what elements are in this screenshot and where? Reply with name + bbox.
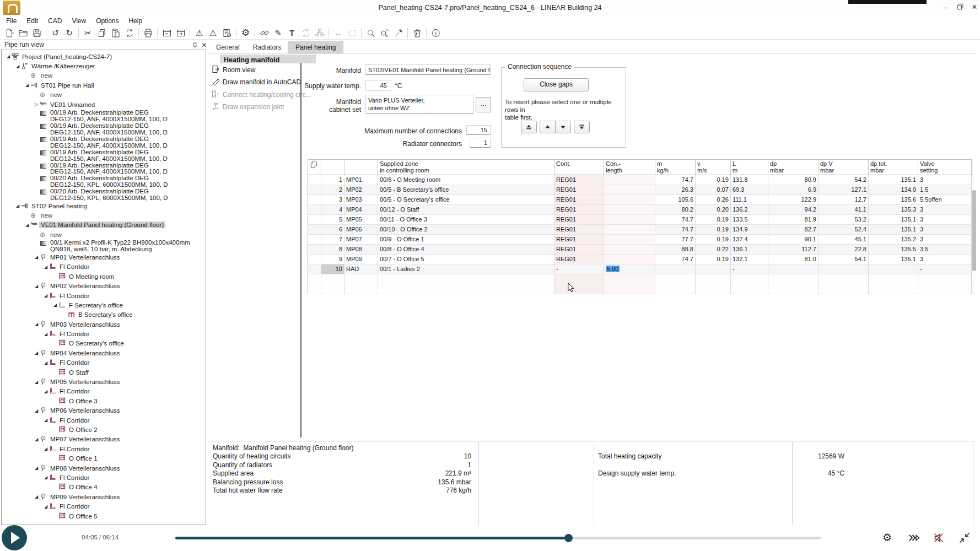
cell-name[interactable]: MP08 xyxy=(344,245,378,254)
tree-item[interactable]: ◢ Fl Corridor xyxy=(2,329,206,338)
close-button[interactable]: × xyxy=(968,2,980,13)
cell-zone[interactable]: 00/9 - O Office 1 xyxy=(378,235,554,244)
cell-name[interactable]: MP07 xyxy=(344,235,378,244)
menu-cad[interactable]: CAD xyxy=(43,15,67,26)
cell-dpv[interactable]: 52.4 xyxy=(819,225,869,234)
undo-icon[interactable]: ↺ xyxy=(49,27,62,40)
cell-name[interactable]: MP09 xyxy=(344,255,378,264)
tree-item[interactable]: ◢ MP09 Verteileranschluss xyxy=(2,492,206,501)
tree-item[interactable]: ◢ MP03 Verteileranschluss xyxy=(2,320,206,329)
expander-icon[interactable]: ◢ xyxy=(42,329,49,339)
tree-item[interactable]: 00/19 Arb. Deckenstrahlplatte DEGDEG12-1… xyxy=(2,109,206,122)
cell-name[interactable]: MP06 xyxy=(344,225,378,234)
pen-icon[interactable]: ✎ xyxy=(271,27,285,40)
tree-item[interactable]: ◢ Fl Corridor xyxy=(2,501,206,511)
cell-icon[interactable] xyxy=(308,175,321,185)
warning-icon[interactable]: ⚠ xyxy=(206,27,220,40)
tree-item[interactable]: O Office 4 xyxy=(2,483,206,492)
cell-dptot[interactable]: 135.1 xyxy=(869,225,918,234)
cell-num[interactable]: 3 xyxy=(321,195,344,204)
cell-icon[interactable] xyxy=(308,245,321,254)
expander-icon[interactable]: ◢ xyxy=(5,52,12,61)
cell-dp[interactable] xyxy=(768,274,819,284)
cell-conlen[interactable] xyxy=(604,175,655,185)
tree-item[interactable]: 00/20 Arb. Deckenstrahlplatte DEGDEG12-1… xyxy=(2,175,206,188)
cell-name[interactable]: MP05 xyxy=(344,215,378,224)
expander-icon[interactable]: ◢ xyxy=(24,220,30,230)
cell-num[interactable]: 7 xyxy=(321,235,344,244)
cell-num[interactable]: 1 xyxy=(321,175,344,185)
play-button[interactable] xyxy=(2,525,27,550)
open-icon[interactable] xyxy=(16,27,30,40)
cell-zone[interactable]: 00/7 - O Office 5 xyxy=(378,255,554,264)
tree-item[interactable]: O Staff xyxy=(2,368,206,377)
move-up-button[interactable] xyxy=(540,121,556,133)
cell-L[interactable]: 134.9 xyxy=(731,225,768,234)
cell-m[interactable]: 74.7 xyxy=(655,225,696,234)
cell-icon[interactable] xyxy=(308,215,321,224)
table-row[interactable]: 6MP0600/10 - O Office 2REG0174.70.19134.… xyxy=(308,225,972,235)
cell-zone[interactable] xyxy=(378,284,554,294)
cell-zone[interactable]: 00/8 - O Office 4 xyxy=(378,245,554,254)
expander-icon[interactable]: ◢ xyxy=(42,358,49,368)
cell-dptot[interactable]: 135.1 xyxy=(869,215,918,224)
cell-dp[interactable]: 82.7 xyxy=(768,225,819,234)
tree-item[interactable]: ⊕ new xyxy=(2,210,206,220)
move-down-button[interactable] xyxy=(555,121,571,133)
cell-dpv[interactable]: 53.2 xyxy=(819,215,869,224)
cell-dp[interactable] xyxy=(768,284,819,294)
tab-general[interactable]: General xyxy=(209,41,246,54)
cell-num[interactable]: 8 xyxy=(321,245,344,254)
expander-icon[interactable]: ◢ xyxy=(33,435,40,444)
cell-L[interactable]: 131.8 xyxy=(731,175,768,185)
cell-icon[interactable] xyxy=(308,274,321,284)
expander-icon[interactable]: ▷ xyxy=(33,100,40,109)
cabinet-browse-button[interactable]: ... xyxy=(476,97,491,112)
tree-item[interactable]: ◢ Fl Corridor xyxy=(2,262,206,272)
cell-L[interactable] xyxy=(731,284,768,294)
table-row[interactable]: 8MP0800/8 - O Office 4REG0188.80.22136.1… xyxy=(308,245,972,255)
zoom-icon[interactable] xyxy=(364,27,378,40)
cell-valve[interactable]: 3 xyxy=(918,225,972,234)
cell-icon[interactable] xyxy=(308,225,321,234)
expander-icon[interactable]: ◢ xyxy=(42,262,49,272)
tree-item[interactable]: O Meeting room xyxy=(2,272,206,281)
table-row[interactable]: 1MP0100/6 - O Meeting roomREG0174.70.191… xyxy=(308,175,972,185)
close-gaps-button[interactable]: Close gaps xyxy=(524,78,589,91)
tree-item[interactable]: O Office 1 xyxy=(2,453,206,463)
tree-item[interactable]: ◢ Fl Corridor xyxy=(2,473,206,482)
expander-icon[interactable]: ◢ xyxy=(24,80,30,90)
tree-item[interactable]: O Office 3 xyxy=(2,396,206,406)
cell-v[interactable]: 0.20 xyxy=(696,205,731,214)
expander-icon[interactable]: ◢ xyxy=(42,502,49,511)
cell-num[interactable]: 4 xyxy=(321,205,344,214)
expander-icon[interactable]: ◢ xyxy=(33,348,40,358)
cell-num[interactable]: 6 xyxy=(321,225,344,234)
cell-dp[interactable]: 81.9 xyxy=(768,215,819,224)
close-panel-icon[interactable]: ✕ xyxy=(200,41,208,50)
info-icon[interactable]: ⓘ xyxy=(429,27,443,40)
cell-dpv[interactable] xyxy=(819,264,869,274)
cell-dpv[interactable]: 12.7 xyxy=(819,195,869,204)
tree-item[interactable]: B Secretary's office xyxy=(2,310,206,320)
cell-dptot[interactable]: 135.5 xyxy=(869,245,918,254)
cell-dptot[interactable]: 135.1 xyxy=(869,255,918,264)
cell-name[interactable]: MP03 xyxy=(344,195,378,204)
expander-icon[interactable]: ◢ xyxy=(33,463,40,473)
cell-dptot[interactable] xyxy=(869,274,918,284)
cell-dpv[interactable] xyxy=(819,284,869,294)
cell-m[interactable] xyxy=(655,264,696,274)
mute-icon[interactable] xyxy=(933,532,945,544)
tree-item[interactable]: ◢ Wärme-/Kälteerzeuger xyxy=(2,61,206,71)
cell-valve[interactable]: 3 xyxy=(918,235,972,244)
cell-num[interactable]: 10 xyxy=(321,264,344,274)
cell-dptot[interactable]: 135.6 xyxy=(869,195,918,204)
cell-valve[interactable]: 3.5 xyxy=(918,245,972,254)
tree-item[interactable]: ◢ MP07 Verteileranschluss xyxy=(2,435,206,444)
tree-item[interactable]: ◢ Fl Corridor xyxy=(2,358,206,368)
cell-name[interactable] xyxy=(344,274,378,284)
print-icon[interactable] xyxy=(141,27,155,40)
text-icon[interactable]: T xyxy=(285,27,299,40)
cell-valve[interactable]: 3 xyxy=(918,205,972,214)
cell-dp[interactable]: 94.2 xyxy=(768,205,819,214)
